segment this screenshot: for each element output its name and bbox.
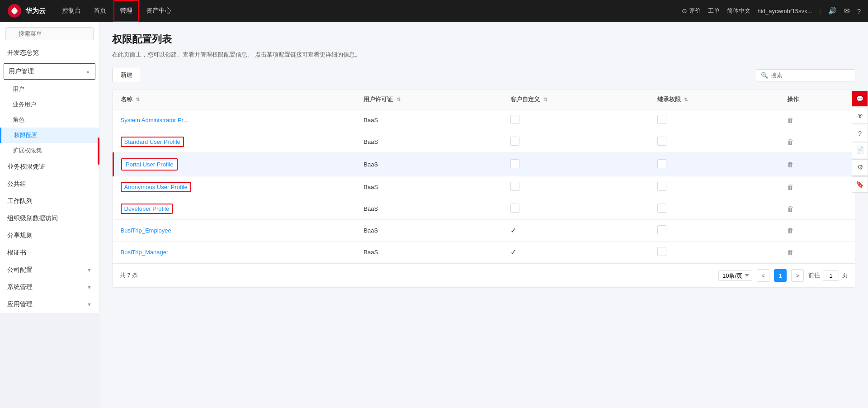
sidebar-item-org-data[interactable]: 组织级别数据访问 <box>0 210 99 227</box>
sidebar-item-roles[interactable]: 角色 <box>0 112 99 128</box>
row-custom-cell <box>503 176 650 198</box>
topnav-ticket[interactable]: 工单 <box>708 7 720 15</box>
sort-icon-custom[interactable]: ⇅ <box>543 97 547 102</box>
topnav-item-assets[interactable]: 资产中心 <box>141 0 177 22</box>
table-row: BusiTrip_Manager BaaS ✓ 🗑 <box>113 242 855 263</box>
row-name-link[interactable]: BusiTrip_Manager <box>121 249 169 256</box>
delete-icon[interactable]: 🗑 <box>787 205 794 213</box>
table-search-box: 🔍 <box>756 69 855 81</box>
sort-icon-license[interactable]: ⇅ <box>396 97 401 102</box>
mail-icon[interactable]: ✉ <box>844 7 850 15</box>
row-name-cell: BusiTrip_Employee <box>113 220 357 242</box>
sidebar-item-share-rules[interactable]: 分享规则 <box>0 227 99 244</box>
row-custom-cell: ✓ <box>503 220 650 242</box>
sidebar-item-company-config[interactable]: 公司配置 ▼ <box>0 261 99 279</box>
sidebar-item-certs[interactable]: 根证书 <box>0 244 99 261</box>
bookmark-btn[interactable]: 🔖 <box>852 176 868 193</box>
logo[interactable]: 华为云 <box>7 4 46 18</box>
topnav-rating[interactable]: ⊙ 评价 <box>682 7 701 15</box>
table-search-input[interactable] <box>771 72 850 79</box>
sidebar-item-biz-auth[interactable]: 业务权限凭证 <box>0 158 99 176</box>
toolbar: 新建 🔍 <box>112 68 855 82</box>
sidebar-item-ext-permissions[interactable]: 扩展权限集 <box>0 143 99 158</box>
expand-icon-sys: ▼ <box>87 285 92 290</box>
sidebar-item-dev-overview[interactable]: 开发态总览 <box>0 44 99 62</box>
feedback-icon: 💬 <box>856 95 863 102</box>
next-page-btn[interactable]: > <box>791 269 804 282</box>
row-license-cell: BaaS <box>356 109 503 131</box>
pagination-total: 共 7 条 <box>120 271 138 280</box>
row-name-link[interactable]: System Administrator Pr... <box>121 117 189 123</box>
feedback-btn[interactable]: 💬 <box>852 90 868 107</box>
sidebar-item-work-queue[interactable]: 工作队列 <box>0 193 99 210</box>
row-name-link[interactable]: BusiTrip_Employee <box>121 227 171 234</box>
page-size-select[interactable]: 10条/页 20条/页 50条/页 <box>718 270 752 281</box>
topnav-item-console[interactable]: 控制台 <box>57 0 86 22</box>
sidebar-search-section: 🔍 <box>0 22 99 44</box>
delete-icon[interactable]: 🗑 <box>787 138 794 146</box>
main-content: 权限配置列表 在此页面上，您可以创建、查看并管理权限配置信息。 点击某项配置链接… <box>99 22 868 408</box>
topnav-item-manage[interactable]: 管理 <box>113 0 139 22</box>
doc-btn[interactable]: 📄 <box>852 142 868 158</box>
expand-icon-company: ▼ <box>87 267 92 273</box>
sidebar-item-biz-users[interactable]: 业务用户 <box>0 97 99 112</box>
sidebar-search-input[interactable] <box>5 27 94 40</box>
sidebar-item-permissions[interactable]: 权限配置 <box>0 128 99 143</box>
prev-page-btn[interactable]: < <box>757 269 769 282</box>
page-goto: 前往 页 <box>808 270 848 281</box>
topnav-item-home[interactable]: 首页 <box>88 0 112 22</box>
checkmark-icon: ✓ <box>510 248 516 256</box>
row-name-link[interactable]: Anonymous User Profile <box>124 184 188 190</box>
row-name-link[interactable]: Developer Profile <box>124 205 170 212</box>
delete-icon[interactable]: 🗑 <box>787 248 794 256</box>
row-license-cell: BaaS <box>356 131 503 153</box>
sidebar-item-users[interactable]: 用户 <box>0 81 99 97</box>
topnav: 华为云 控制台 首页 管理 资产中心 ⊙ 评价 工单 简体中文 hid_aycw… <box>0 0 868 22</box>
table-header: 名称 ⇅ 用户许可证 ⇅ 客户自定义 ⇅ 继承权限 <box>113 90 855 109</box>
row-inherit-cell <box>650 198 780 220</box>
page-title: 权限配置列表 <box>112 33 855 46</box>
row-license-cell: BaaS <box>356 242 503 263</box>
goto-input[interactable] <box>823 270 839 281</box>
sidebar-item-public-group[interactable]: 公共组 <box>0 176 99 193</box>
row-inherit-cell <box>650 220 780 242</box>
question-icon: ? <box>858 129 862 137</box>
row-license-cell: BaaS <box>356 176 503 198</box>
topnav-lang[interactable]: 简体中文 <box>727 7 750 15</box>
delete-icon[interactable]: 🗑 <box>787 183 794 191</box>
delete-icon[interactable]: 🗑 <box>787 116 794 124</box>
sidebar-item-app-mgmt[interactable]: 应用管理 ▼ <box>0 296 99 313</box>
pagination-right: 10条/页 20条/页 50条/页 < 1 > 前往 页 <box>718 269 848 282</box>
delete-icon[interactable]: 🗑 <box>787 227 794 234</box>
custom-checkbox <box>510 182 519 191</box>
topnav-user[interactable]: hid_aycwmbf15svx... <box>758 8 812 14</box>
sort-icon-inherit[interactable]: ⇅ <box>684 97 688 102</box>
sort-icon-name[interactable]: ⇅ <box>136 97 140 102</box>
eye-icon: 👁 <box>857 112 863 120</box>
col-name: 名称 ⇅ <box>113 90 357 109</box>
volume-icon[interactable]: 🔊 <box>828 7 837 15</box>
row-action-cell: 🗑 <box>780 198 855 220</box>
help-icon[interactable]: ? <box>857 7 861 15</box>
row-name-cell: System Administrator Pr... <box>113 109 357 131</box>
row-name-cell: Developer Profile <box>113 198 357 220</box>
sidebar-item-user-mgmt[interactable]: 用户管理 ▲ <box>4 64 95 79</box>
delete-icon[interactable]: 🗑 <box>787 161 794 168</box>
col-inherit: 继承权限 ⇅ <box>650 90 780 109</box>
goto-prefix: 前往 <box>808 271 820 280</box>
row-license-cell: BaaS <box>356 153 503 176</box>
circle-icon: ⊙ <box>682 7 687 14</box>
row-action-cell: 🗑 <box>780 109 855 131</box>
table-row: System Administrator Pr... BaaS 🗑 <box>113 109 855 131</box>
settings-icon: ⚙ <box>857 163 863 171</box>
sidebar-item-sys-mgmt[interactable]: 系统管理 ▼ <box>0 279 99 296</box>
row-name-link[interactable]: Portal User Profile <box>126 161 173 168</box>
sidebar-search-wrap: 🔍 <box>5 27 94 40</box>
new-button[interactable]: 新建 <box>112 68 141 82</box>
eye-btn[interactable]: 👁 <box>852 108 868 124</box>
current-page-btn[interactable]: 1 <box>774 269 787 282</box>
settings-btn[interactable]: ⚙ <box>852 159 868 176</box>
row-name-link[interactable]: Standard User Profile <box>124 138 180 145</box>
question-btn[interactable]: ? <box>852 125 868 141</box>
layout: 🔍 开发态总览 用户管理 ▲ 用户 业务用户 角色 <box>0 22 868 408</box>
